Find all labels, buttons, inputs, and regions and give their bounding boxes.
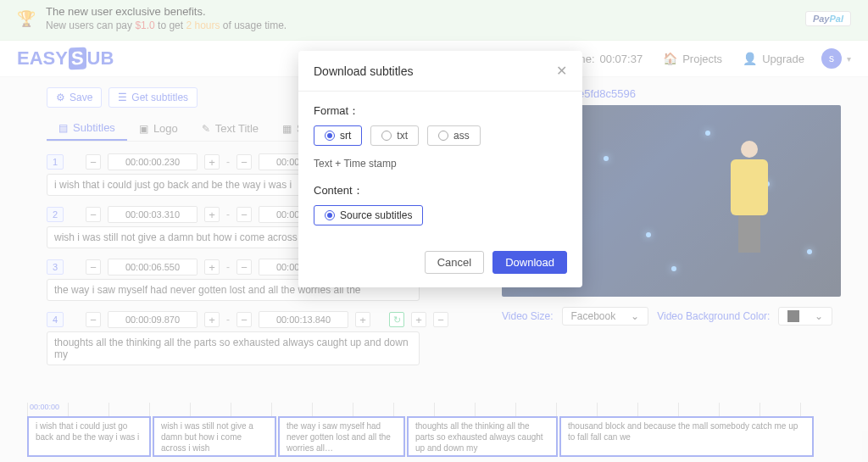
content-source-subtitles[interactable]: Source subtitles (314, 205, 423, 225)
format-srt[interactable]: srt (314, 125, 362, 146)
radio-icon (325, 131, 335, 141)
format-txt[interactable]: txt (370, 125, 419, 146)
format-note: Text + Time stamp (314, 158, 567, 170)
format-label: Format： (314, 103, 567, 119)
content-label: Content： (314, 183, 567, 198)
radio-icon (325, 210, 335, 220)
download-button[interactable]: Download (492, 251, 567, 274)
close-icon[interactable]: ✕ (556, 63, 567, 79)
download-subtitles-modal: Download subtitles ✕ Format： srt txt ass… (298, 51, 582, 287)
format-ass[interactable]: ass (427, 125, 481, 146)
modal-title: Download subtitles (314, 64, 414, 78)
radio-icon (438, 131, 448, 141)
cancel-button[interactable]: Cancel (425, 251, 484, 274)
radio-icon (381, 131, 392, 141)
